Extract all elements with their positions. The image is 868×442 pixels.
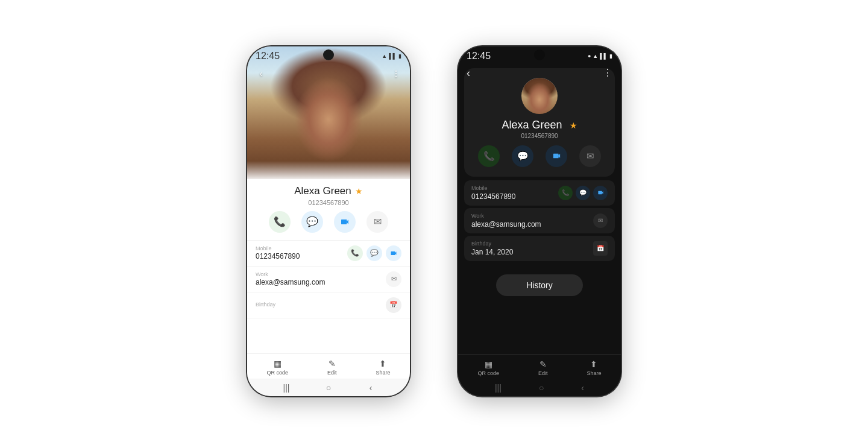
dark-mobile-label: Mobile	[471, 185, 515, 191]
edit-icon: ✎	[329, 359, 336, 368]
avatar-photo-dark	[521, 78, 558, 114]
work-info: Work alexa@samsung.com	[256, 271, 386, 286]
favorite-star[interactable]: ★	[355, 186, 363, 196]
phone-light: 12:45 ▲ ▌▌ ▮ ‹ ⋮ Alexa Green ★ 012345678…	[247, 46, 410, 396]
dark-favorite-star[interactable]: ★	[570, 121, 577, 130]
dark-action-buttons: 📞 💬 ✉	[478, 145, 601, 167]
nav-bar-overlay: ‹ ⋮	[247, 63, 410, 84]
dark-share-icon: ⬆	[590, 359, 597, 369]
contact-name-row: Alexa Green ★	[294, 185, 363, 197]
dark-share-label: Share	[587, 370, 601, 376]
dark-contact-name: Alexa Green	[502, 119, 562, 131]
work-value: alexa@samsung.com	[256, 278, 386, 286]
dark-home-btn[interactable]: ○	[539, 383, 544, 393]
dark-qr-icon: ▦	[485, 359, 492, 369]
birthday-calendar-btn[interactable]: 📅	[386, 297, 401, 313]
dark-birthday-value: Jan 14, 2020	[471, 248, 513, 256]
dark-message-button[interactable]: 💬	[512, 145, 533, 167]
status-icons-light: ▲ ▌▌ ▮	[382, 53, 401, 59]
work-email-btn[interactable]: ✉	[386, 271, 401, 287]
dark-name-row: Alexa Green ★	[502, 119, 577, 133]
dark-work-email-btn[interactable]: ✉	[593, 213, 608, 228]
status-icons-dark: ● ▲ ▌▌ ▮	[588, 53, 612, 59]
back-button-dark[interactable]: ‹	[467, 67, 470, 80]
dark-mobile-info: Mobile 01234567890	[471, 185, 515, 201]
qr-label: QR code	[266, 370, 288, 376]
screen-light: ‹ ⋮ Alexa Green ★ 01234567890 📞 💬 ✉	[247, 46, 410, 396]
edit-button[interactable]: ✎ Edit	[327, 359, 337, 376]
back-btn[interactable]: ‹	[366, 383, 376, 393]
phone-nav-light: ||| ○ ‹	[247, 379, 410, 396]
hero-overlay	[247, 161, 410, 179]
hero-image: ‹ ⋮	[247, 46, 410, 179]
history-button[interactable]: History	[496, 274, 583, 296]
battery-icon: ▮	[398, 53, 401, 59]
nav-bar-dark: ‹ ⋮	[458, 63, 621, 83]
edit-label: Edit	[327, 370, 337, 376]
notch-dark	[534, 49, 545, 60]
bottom-bar-light: ▦ QR code ✎ Edit ⬆ Share	[247, 353, 410, 379]
birthday-info: Birthday	[256, 302, 386, 308]
dark-mobile-msg-btn[interactable]: 💬	[576, 186, 590, 200]
dark-edit-label: Edit	[538, 370, 548, 376]
dark-mobile-value: 01234567890	[471, 192, 515, 201]
back-button[interactable]: ‹	[254, 67, 268, 80]
dark-detail-section: Mobile 01234567890 📞 💬 Work alexa@samsun…	[458, 180, 621, 354]
work-label: Work	[256, 271, 386, 277]
more-button[interactable]: ⋮	[389, 67, 403, 80]
dark-recent-apps-btn[interactable]: |||	[495, 383, 502, 393]
work-row: Work alexa@samsung.com ✉	[247, 267, 410, 292]
birthday-label: Birthday	[256, 302, 386, 308]
dark-email-button[interactable]: ✉	[579, 145, 601, 167]
dark-phone-nav: ||| ○ ‹	[458, 379, 621, 396]
dark-bottom-bar: ▦ QR code ✎ Edit ⬆ Share	[458, 354, 621, 379]
mobile-row: Mobile 01234567890 📞 💬	[247, 241, 410, 267]
dark-call-button[interactable]: 📞	[478, 145, 500, 167]
more-button-dark[interactable]: ⋮	[603, 67, 612, 80]
dark-birthday-calendar-btn[interactable]: 📅	[593, 241, 608, 256]
dark-qr-code-button[interactable]: ▦ QR code	[477, 359, 499, 376]
phone-dark: 12:45 ● ▲ ▌▌ ▮ ‹ ⋮ Alexa Green ★ 0123456…	[458, 46, 621, 396]
qr-icon: ▦	[274, 359, 281, 368]
share-label: Share	[376, 370, 390, 376]
mobile-msg-btn[interactable]: 💬	[366, 245, 382, 261]
action-buttons: 📞 💬 ✉	[269, 211, 388, 233]
dark-work-row: Work alexa@samsung.com ✉	[464, 208, 615, 233]
dark-share-button[interactable]: ⬆ Share	[587, 359, 601, 376]
detail-section: Mobile 01234567890 📞 💬 Work alexa@samsun…	[247, 241, 410, 353]
dark-work-info: Work alexa@samsung.com	[471, 213, 541, 229]
history-btn-container: History	[464, 268, 615, 302]
call-button[interactable]: 📞	[269, 211, 291, 233]
home-btn[interactable]: ○	[324, 383, 333, 393]
email-button[interactable]: ✉	[366, 211, 388, 233]
dark-birthday-info: Birthday Jan 14, 2020	[471, 241, 513, 256]
work-actions: ✉	[386, 271, 401, 287]
mobile-label: Mobile	[256, 245, 347, 251]
dark-edit-icon: ✎	[539, 359, 547, 369]
dark-contact-phone: 01234567890	[521, 133, 558, 139]
notch	[323, 49, 334, 60]
mobile-value: 01234567890	[256, 252, 347, 260]
dark-birthday-row: Birthday Jan 14, 2020 📅	[464, 236, 615, 261]
dark-video-button[interactable]	[546, 145, 567, 167]
dark-edit-button[interactable]: ✎ Edit	[538, 359, 548, 376]
share-button[interactable]: ⬆ Share	[376, 359, 390, 376]
recent-apps-btn[interactable]: |||	[281, 383, 291, 393]
dark-mobile-call-btn[interactable]: 📞	[558, 186, 573, 200]
dark-qr-label: QR code	[477, 370, 499, 376]
contact-name: Alexa Green	[294, 185, 351, 197]
dark-mobile-video-btn[interactable]	[593, 186, 608, 200]
contact-info-light: Alexa Green ★ 01234567890 📞 💬 ✉	[247, 179, 410, 240]
video-button[interactable]	[334, 211, 356, 233]
share-icon: ⬆	[379, 359, 386, 368]
time-dark: 12:45	[467, 51, 491, 62]
mobile-actions: 📞 💬	[347, 245, 401, 261]
birthday-row: Birthday 📅	[247, 292, 410, 318]
dark-back-btn[interactable]: ‹	[581, 383, 584, 393]
mobile-video-btn[interactable]	[386, 245, 401, 261]
contact-phone-header: 01234567890	[308, 199, 348, 206]
message-button[interactable]: 💬	[301, 211, 323, 233]
qr-code-button[interactable]: ▦ QR code	[266, 359, 288, 376]
mobile-call-btn[interactable]: 📞	[347, 245, 363, 261]
signal-icon-dark: ▌▌	[600, 53, 608, 59]
